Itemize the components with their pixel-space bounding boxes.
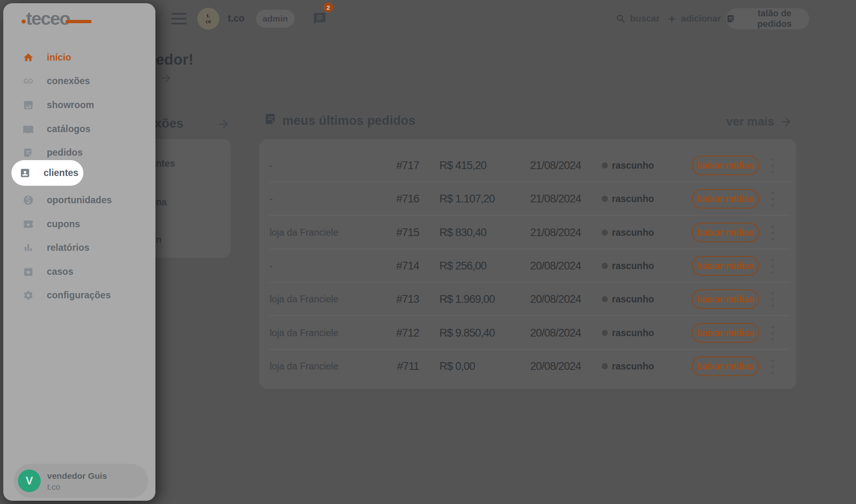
download-media-button[interactable]: baixar mídias <box>692 223 759 242</box>
sidebar-item-label: catálogos <box>47 124 90 135</box>
order-status: rascunho <box>612 261 654 272</box>
kebab-menu-icon[interactable] <box>769 159 776 173</box>
order-number: #714 <box>346 260 419 272</box>
sidebar-item-oportunidades[interactable]: oportunidades <box>15 188 147 212</box>
chat-icon[interactable] <box>313 12 327 26</box>
order-pad-icon <box>726 14 736 24</box>
kebab-menu-icon[interactable] <box>769 192 776 206</box>
status-dot-icon <box>602 263 608 269</box>
sidebar-item-cupons[interactable]: cupons <box>15 212 147 236</box>
sidebar-item-relatorios[interactable]: relatórios <box>15 236 147 259</box>
sidebar-drawer: teceo início conexões showroom catá <box>3 3 155 501</box>
order-total: R$ 9.850,40 <box>439 327 495 339</box>
order-row[interactable]: loja da Franciele #713 R$ 1.969,00 20/08… <box>259 282 796 316</box>
sidebar-item-inicio[interactable]: início <box>15 46 147 69</box>
download-media-button[interactable]: baixar mídias <box>692 189 759 209</box>
order-row[interactable]: - #716 R$ 1.107,20 21/08/2024 rascunho b… <box>259 182 796 215</box>
kebab-menu-icon[interactable] <box>769 359 776 374</box>
order-number: #715 <box>346 226 419 239</box>
connection-row-fragment: ntes <box>156 158 175 169</box>
order-number: #716 <box>346 193 419 205</box>
connections-arrow-icon[interactable] <box>217 117 230 131</box>
storefront-icon <box>23 100 34 111</box>
order-date: 20/08/2024 <box>530 327 581 339</box>
order-number: #711 <box>346 360 419 373</box>
order-total: R$ 830,40 <box>439 226 487 239</box>
order-status: rascunho <box>612 160 654 171</box>
arrow-right-icon <box>780 115 793 128</box>
bar-chart-icon <box>23 242 34 253</box>
sidebar-item-label: início <box>47 52 71 63</box>
sidebar-item-label: pedidos <box>47 147 83 158</box>
order-row[interactable]: loja da Franciele #711 R$ 0,00 20/08/202… <box>259 350 796 383</box>
order-number: #717 <box>346 159 419 172</box>
order-date: 21/08/2024 <box>530 159 581 172</box>
order-status: rascunho <box>612 328 654 339</box>
order-row[interactable]: - #717 R$ 415,20 21/08/2024 rascunho bai… <box>259 149 796 182</box>
order-pad-button[interactable]: talão de pedidos <box>726 8 809 29</box>
download-media-button[interactable]: baixar mídias <box>692 156 759 175</box>
order-client: loja da Franciele <box>270 328 338 339</box>
order-row[interactable]: - #714 R$ 256,00 20/08/2024 rascunho bai… <box>259 249 796 282</box>
order-row[interactable]: loja da Franciele #712 R$ 9.850,40 20/08… <box>259 316 796 350</box>
orders-section-title: meus últimos pedidos <box>282 113 415 128</box>
order-status: rascunho <box>612 193 654 204</box>
see-more-label: ver mais <box>726 115 774 128</box>
sidebar-item-label: oportunidades <box>47 195 112 206</box>
arrow-right-icon <box>159 72 173 85</box>
status-dot-icon <box>602 196 608 202</box>
download-media-button[interactable]: baixar mídias <box>692 323 759 343</box>
sidebar-item-label: showroom <box>47 100 94 111</box>
order-date: 21/08/2024 <box>530 193 581 205</box>
notification-badge[interactable]: 2 <box>323 2 333 12</box>
hamburger-menu-icon[interactable] <box>171 13 187 24</box>
sidebar-item-label: relatórios <box>47 242 90 253</box>
order-client: loja da Franciele <box>270 227 338 238</box>
order-status: rascunho <box>612 361 654 372</box>
status-dot-icon <box>602 330 608 336</box>
order-total: R$ 0,00 <box>439 360 475 373</box>
kebab-menu-icon[interactable] <box>769 226 776 240</box>
order-total: R$ 1.969,00 <box>439 293 495 306</box>
search-label: buscar <box>630 13 659 24</box>
kebab-menu-icon[interactable] <box>769 259 776 274</box>
order-date: 20/08/2024 <box>530 293 581 306</box>
order-pad-label: talão de pedidos <box>740 8 809 29</box>
download-media-button[interactable]: baixar mídias <box>692 256 759 276</box>
workspace-avatar[interactable]: t. co <box>197 8 219 30</box>
sidebar-item-label: configurações <box>47 290 111 301</box>
user-profile-card[interactable]: V vendedor Guis t.co <box>14 464 148 498</box>
link-icon <box>23 76 34 87</box>
see-more-link[interactable]: ver mais <box>726 115 793 128</box>
status-dot-icon <box>602 363 608 369</box>
connections-heading-fragment: xões <box>155 116 183 131</box>
gear-icon <box>23 290 34 301</box>
sidebar-item-catalogos[interactable]: catálogos <box>15 117 147 141</box>
sidebar-item-conexoes[interactable]: conexões <box>15 69 147 93</box>
order-date: 20/08/2024 <box>530 260 581 272</box>
order-client: - <box>270 193 273 204</box>
sidebar-item-showroom[interactable]: showroom <box>15 93 147 117</box>
order-number: #712 <box>346 327 419 339</box>
user-org: t.co <box>47 482 60 492</box>
workspace-monogram-line1: t. <box>207 13 210 19</box>
order-date: 20/08/2024 <box>530 360 581 373</box>
sidebar-item-configuracoes[interactable]: configurações <box>15 283 147 307</box>
status-dot-icon <box>602 163 608 169</box>
sidebar-item-clientes-spotlight[interactable]: clientes <box>11 160 83 186</box>
add-button[interactable]: adicionar <box>666 0 721 37</box>
download-media-button[interactable]: baixar mídias <box>692 356 759 376</box>
search-icon <box>616 13 627 24</box>
kebab-menu-icon[interactable] <box>769 326 776 341</box>
sidebar-item-label: conexões <box>47 76 90 87</box>
order-date: 21/08/2024 <box>530 226 581 239</box>
workspace-monogram-line2: co <box>205 19 211 24</box>
download-media-button[interactable]: baixar mídias <box>692 289 759 309</box>
search-button[interactable]: buscar <box>616 0 659 37</box>
kebab-menu-icon[interactable] <box>769 292 776 307</box>
order-client: - <box>270 160 273 171</box>
order-row[interactable]: loja da Franciele #715 R$ 830,40 21/08/2… <box>259 216 796 249</box>
contact-icon <box>20 167 31 178</box>
sidebar-item-casos[interactable]: casos <box>15 260 147 283</box>
brand-logo: teceo <box>26 8 70 29</box>
